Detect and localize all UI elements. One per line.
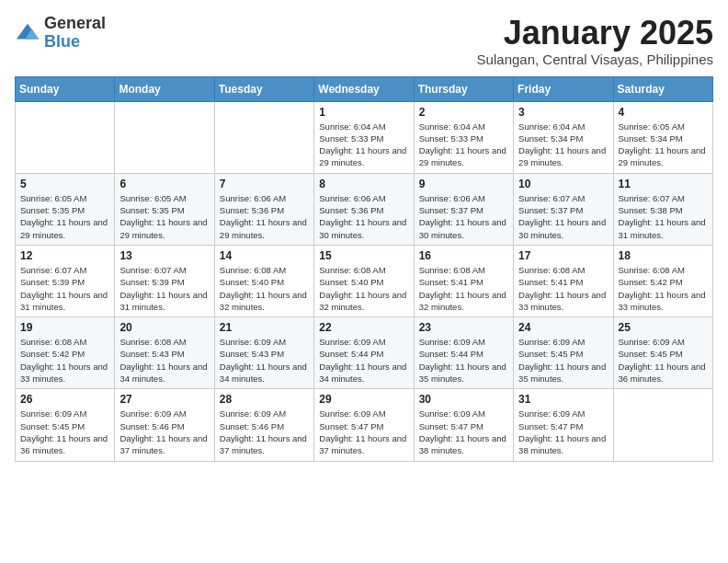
calendar-cell [115,101,214,173]
calendar-cell: 4Sunrise: 6:05 AM Sunset: 5:34 PM Daylig… [613,101,712,173]
day-number: 18 [619,249,708,262]
day-number: 28 [220,393,309,406]
calendar-cell: 5Sunrise: 6:05 AM Sunset: 5:35 PM Daylig… [16,173,115,245]
day-info: Sunrise: 6:09 AM Sunset: 5:45 PM Dayligh… [20,408,109,456]
weekday-header-wednesday: Wednesday [314,76,414,101]
day-number: 27 [119,393,209,406]
calendar-cell: 9Sunrise: 6:06 AM Sunset: 5:37 PM Daylig… [414,173,513,245]
calendar-cell: 3Sunrise: 6:04 AM Sunset: 5:34 PM Daylig… [514,101,613,173]
calendar-cell [214,101,313,173]
day-number: 1 [319,106,408,119]
weekday-header-saturday: Saturday [613,76,712,101]
day-number: 3 [518,106,608,119]
day-number: 5 [20,178,109,190]
calendar-cell: 14Sunrise: 6:08 AM Sunset: 5:40 PM Dayli… [214,245,313,316]
weekday-header-friday: Friday [514,76,613,101]
weekday-header-row: SundayMondayTuesdayWednesdayThursdayFrid… [16,76,713,101]
calendar-cell: 27Sunrise: 6:09 AM Sunset: 5:46 PM Dayli… [115,389,214,461]
day-number: 30 [419,393,508,406]
calendar-cell: 31Sunrise: 6:09 AM Sunset: 5:47 PM Dayli… [514,389,613,461]
calendar-cell: 24Sunrise: 6:09 AM Sunset: 5:45 PM Dayli… [514,317,613,389]
calendar-cell: 6Sunrise: 6:05 AM Sunset: 5:35 PM Daylig… [115,173,214,245]
calendar-cell: 1Sunrise: 6:04 AM Sunset: 5:33 PM Daylig… [314,101,414,173]
calendar-cell: 8Sunrise: 6:06 AM Sunset: 5:36 PM Daylig… [314,173,414,245]
day-info: Sunrise: 6:09 AM Sunset: 5:47 PM Dayligh… [319,408,408,456]
day-info: Sunrise: 6:09 AM Sunset: 5:46 PM Dayligh… [220,408,309,456]
calendar-cell: 30Sunrise: 6:09 AM Sunset: 5:47 PM Dayli… [414,389,513,461]
day-info: Sunrise: 6:07 AM Sunset: 5:39 PM Dayligh… [20,264,109,313]
logo-icon [15,20,40,46]
day-info: Sunrise: 6:05 AM Sunset: 5:35 PM Dayligh… [20,192,109,241]
calendar-week-row: 26Sunrise: 6:09 AM Sunset: 5:45 PM Dayli… [16,389,713,461]
calendar-cell: 29Sunrise: 6:09 AM Sunset: 5:47 PM Dayli… [314,389,414,461]
day-info: Sunrise: 6:08 AM Sunset: 5:41 PM Dayligh… [419,264,508,313]
day-info: Sunrise: 6:06 AM Sunset: 5:37 PM Dayligh… [419,192,508,241]
day-number: 11 [619,178,708,190]
day-info: Sunrise: 6:09 AM Sunset: 5:45 PM Dayligh… [518,336,608,385]
calendar-cell: 18Sunrise: 6:08 AM Sunset: 5:42 PM Dayli… [613,245,712,316]
day-info: Sunrise: 6:05 AM Sunset: 5:35 PM Dayligh… [119,192,209,241]
day-info: Sunrise: 6:09 AM Sunset: 5:44 PM Dayligh… [319,336,408,385]
day-number: 8 [319,178,408,190]
calendar-cell: 22Sunrise: 6:09 AM Sunset: 5:44 PM Dayli… [314,317,414,389]
day-number: 15 [319,249,408,262]
day-number: 13 [119,249,209,262]
location-title: Sulangan, Central Visayas, Philippines [477,52,713,67]
day-info: Sunrise: 6:08 AM Sunset: 5:42 PM Dayligh… [619,264,708,313]
day-info: Sunrise: 6:09 AM Sunset: 5:47 PM Dayligh… [419,408,508,456]
weekday-header-sunday: Sunday [16,76,115,101]
day-number: 31 [518,393,608,406]
logo-general: General [44,15,106,33]
day-info: Sunrise: 6:09 AM Sunset: 5:45 PM Dayligh… [619,336,708,385]
calendar-cell: 12Sunrise: 6:07 AM Sunset: 5:39 PM Dayli… [16,245,115,316]
calendar-cell: 28Sunrise: 6:09 AM Sunset: 5:46 PM Dayli… [214,389,313,461]
calendar-cell: 7Sunrise: 6:06 AM Sunset: 5:36 PM Daylig… [214,173,313,245]
day-number: 20 [119,321,209,334]
day-number: 14 [220,249,309,262]
calendar-cell: 20Sunrise: 6:08 AM Sunset: 5:43 PM Dayli… [115,317,214,389]
day-number: 23 [419,321,508,334]
calendar-cell: 23Sunrise: 6:09 AM Sunset: 5:44 PM Dayli… [414,317,513,389]
logo: General Blue [15,15,106,52]
calendar-cell: 25Sunrise: 6:09 AM Sunset: 5:45 PM Dayli… [613,317,712,389]
day-number: 24 [518,321,608,334]
day-number: 25 [619,321,708,334]
calendar-cell: 21Sunrise: 6:09 AM Sunset: 5:43 PM Dayli… [214,317,313,389]
day-info: Sunrise: 6:08 AM Sunset: 5:40 PM Dayligh… [220,264,309,313]
calendar-table: SundayMondayTuesdayWednesdayThursdayFrid… [15,76,713,462]
day-number: 21 [220,321,309,334]
day-info: Sunrise: 6:09 AM Sunset: 5:46 PM Dayligh… [119,408,209,456]
calendar-cell: 26Sunrise: 6:09 AM Sunset: 5:45 PM Dayli… [16,389,115,461]
calendar-week-row: 1Sunrise: 6:04 AM Sunset: 5:33 PM Daylig… [16,101,713,173]
calendar-cell: 11Sunrise: 6:07 AM Sunset: 5:38 PM Dayli… [613,173,712,245]
weekday-header-thursday: Thursday [414,76,513,101]
day-info: Sunrise: 6:04 AM Sunset: 5:34 PM Dayligh… [518,121,608,169]
calendar-week-row: 19Sunrise: 6:08 AM Sunset: 5:42 PM Dayli… [16,317,713,389]
day-number: 16 [419,249,508,262]
day-number: 6 [119,178,209,190]
day-number: 12 [20,249,109,262]
calendar-cell: 16Sunrise: 6:08 AM Sunset: 5:41 PM Dayli… [414,245,513,316]
day-number: 4 [619,106,708,119]
day-number: 29 [319,393,408,406]
day-number: 10 [518,178,608,190]
calendar-cell: 15Sunrise: 6:08 AM Sunset: 5:40 PM Dayli… [314,245,414,316]
day-number: 26 [20,393,109,406]
day-info: Sunrise: 6:05 AM Sunset: 5:34 PM Dayligh… [619,121,708,169]
day-number: 2 [419,106,508,119]
day-info: Sunrise: 6:04 AM Sunset: 5:33 PM Dayligh… [319,121,408,169]
logo-blue: Blue [44,33,106,52]
calendar-week-row: 12Sunrise: 6:07 AM Sunset: 5:39 PM Dayli… [16,245,713,316]
day-number: 9 [419,178,508,190]
weekday-header-tuesday: Tuesday [214,76,313,101]
day-info: Sunrise: 6:08 AM Sunset: 5:40 PM Dayligh… [319,264,408,313]
calendar-cell: 13Sunrise: 6:07 AM Sunset: 5:39 PM Dayli… [115,245,214,316]
day-number: 19 [20,321,109,334]
logo-text: General Blue [44,15,106,52]
day-info: Sunrise: 6:07 AM Sunset: 5:37 PM Dayligh… [518,192,608,241]
month-title: January 2025 [477,15,713,52]
day-info: Sunrise: 6:07 AM Sunset: 5:38 PM Dayligh… [619,192,708,241]
calendar-cell [16,101,115,173]
day-info: Sunrise: 6:09 AM Sunset: 5:44 PM Dayligh… [419,336,508,385]
calendar-week-row: 5Sunrise: 6:05 AM Sunset: 5:35 PM Daylig… [16,173,713,245]
